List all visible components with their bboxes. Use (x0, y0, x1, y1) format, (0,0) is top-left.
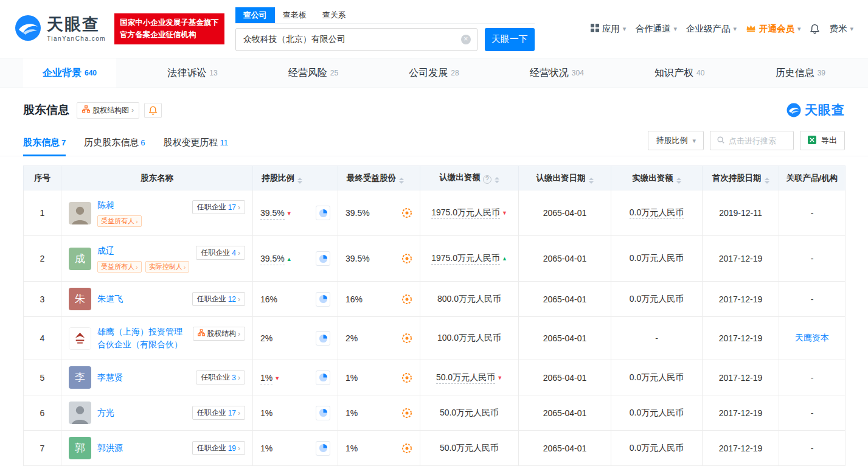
beneficiary-target-icon[interactable] (401, 333, 412, 344)
employment-badge[interactable]: 任职企业3› (196, 370, 245, 384)
col-header-first-date[interactable]: 首次持股日期 (703, 166, 779, 190)
shareholder-text-avatar: 朱 (69, 288, 91, 310)
sort-icon[interactable] (765, 178, 769, 184)
sort-icon[interactable] (495, 177, 499, 183)
pie-chart-icon[interactable] (316, 331, 330, 346)
final-ratio-value: 16% (345, 294, 363, 304)
beneficiary-target-icon[interactable] (401, 294, 412, 305)
shareholder-name-link[interactable]: 陈昶 (97, 199, 190, 212)
tab-legal-litigation[interactable]: 法律诉讼13 (148, 58, 237, 88)
export-button[interactable]: 导出 (800, 131, 845, 150)
shareholder-name-link[interactable]: 雄鹰（上海）投资管理合伙企业（有限合伙） (97, 325, 190, 351)
paid-capital-cell: - (611, 317, 703, 360)
pie-chart-icon[interactable] (316, 251, 330, 266)
search-tab-boss[interactable]: 查老板 (275, 7, 314, 23)
related-fund-link[interactable]: 天鹰资本 (795, 333, 829, 343)
col-header-capital[interactable]: 认缴出资额? (420, 166, 519, 190)
tianyancha-logo-icon (15, 15, 41, 43)
capital-cell: 50.0万元人民币▼ (420, 360, 519, 395)
tianyancha-logo[interactable]: 天眼查 TianYanCha.com (15, 15, 106, 43)
capital-date-cell: 2065-04-01 (519, 317, 611, 360)
ratio-value: 1%▼ (260, 373, 280, 383)
capital-cell: 1975.0万元人民币▼ (420, 190, 519, 236)
section-title: 股东信息 (23, 102, 69, 118)
user-account-menu[interactable]: 费米▾ (829, 23, 853, 35)
col-header-paid[interactable]: 实缴出资额 (611, 166, 703, 190)
beneficiary-target-icon[interactable] (401, 207, 412, 218)
shareholder-name-link[interactable]: 郭洪源 (97, 442, 190, 454)
shareholder-name-link[interactable]: 成辽 (97, 245, 190, 257)
final-ratio-value: 1% (345, 408, 358, 418)
tab-operating-risk[interactable]: 经营风险25 (269, 58, 358, 88)
excel-icon (808, 136, 816, 146)
sort-icon[interactable] (676, 178, 681, 184)
tab-operating-status[interactable]: 经营状况304 (510, 58, 603, 88)
subtab-equity-change-history[interactable]: 股权变更历程11 (163, 137, 228, 156)
pie-chart-icon[interactable] (316, 206, 330, 220)
beneficiary-target-icon[interactable] (401, 408, 412, 419)
menu-partner[interactable]: 合作通道▾ (635, 23, 677, 35)
search-icon (717, 136, 725, 146)
pie-chart-icon[interactable] (316, 370, 330, 385)
menu-apps[interactable]: 应用▾ (591, 23, 627, 35)
beneficiary-target-icon[interactable] (401, 372, 412, 383)
col-header-final-ratio[interactable]: 最终受益股份 (338, 166, 420, 190)
table-controls: 持股比例▾ 导出 (648, 131, 845, 150)
table-search-input[interactable] (729, 136, 787, 145)
col-header-ratio[interactable]: 持股比例 (253, 166, 338, 190)
table-search-box[interactable] (710, 131, 794, 150)
col-header-capital-date[interactable]: 认缴出资日期 (519, 166, 611, 190)
tab-company-development[interactable]: 公司发展28 (389, 58, 478, 88)
sort-icon[interactable] (589, 178, 594, 184)
ratio-value: 2% (260, 333, 273, 343)
actual-controller-tag[interactable]: 实际控制人› (145, 261, 190, 273)
search-tab-company[interactable]: 查公司 (235, 7, 275, 23)
employment-badge[interactable]: 任职企业19› (192, 441, 245, 455)
pie-chart-icon[interactable] (316, 292, 330, 307)
equity-structure-badge[interactable]: 股权结构› (193, 327, 245, 341)
beneficiary-target-icon[interactable] (401, 443, 412, 454)
shareholder-text-avatar: 李 (69, 366, 91, 389)
row-index: 4 (24, 317, 61, 360)
beneficial-owner-tag[interactable]: 受益所有人› (97, 215, 142, 227)
shareholder-name-link[interactable]: 朱道飞 (97, 293, 190, 305)
shareholder-name-link[interactable]: 李慧贤 (97, 371, 190, 384)
tab-history-info[interactable]: 历史信息39 (756, 58, 845, 88)
capital-date-cell: 2065-04-01 (519, 395, 611, 431)
employment-badge[interactable]: 任职企业17› (192, 406, 245, 420)
employment-badge[interactable]: 任职企业4› (196, 246, 245, 260)
help-icon[interactable]: ? (483, 175, 491, 184)
shareholder-photo-avatar (69, 402, 91, 424)
sort-icon[interactable] (297, 178, 302, 184)
search-button[interactable]: 天眼一下 (485, 28, 535, 51)
paid-capital-cell: 0.0万元人民币 (611, 282, 703, 317)
pie-chart-icon[interactable] (316, 441, 330, 456)
table-row: 4 雄鹰（上海）投资管理合伙企业（有限合伙） 股权结构› (24, 317, 845, 360)
paid-capital-cell: 0.0万元人民币 (611, 236, 703, 282)
beneficiary-target-icon[interactable] (401, 253, 412, 264)
sort-icon[interactable] (399, 178, 404, 184)
pie-chart-icon[interactable] (316, 406, 330, 420)
search-tab-relation[interactable]: 查关系 (314, 7, 354, 23)
row-index: 1 (24, 190, 61, 236)
ratio-value: 1% (260, 408, 273, 418)
company-search-input[interactable] (235, 28, 477, 51)
sort-dropdown[interactable]: 持股比例▾ (648, 131, 704, 150)
tab-company-background[interactable]: 企业背景640 (23, 58, 116, 88)
subtab-shareholders[interactable]: 股东信息7 (23, 137, 66, 156)
monitor-bell-button[interactable] (144, 103, 162, 118)
menu-enterprise-products[interactable]: 企业级产品▾ (686, 23, 737, 35)
shareholder-name-link[interactable]: 方光 (97, 406, 190, 419)
beneficial-owner-tag[interactable]: 受益所有人› (97, 261, 142, 273)
equity-structure-chart-button[interactable]: 股权结构图› (77, 102, 139, 119)
menu-vip[interactable]: 开通会员▾ (746, 23, 801, 35)
clear-search-icon[interactable]: × (461, 35, 471, 44)
table-row: 1 陈昶 受益所有人› 任职企业17› 39. (24, 190, 845, 236)
subtab-history-shareholders[interactable]: 历史股东信息6 (84, 137, 145, 156)
first-date-cell: 2017-12-19 (703, 317, 779, 360)
tab-intellectual-property[interactable]: 知识产权40 (635, 58, 724, 88)
employment-badge[interactable]: 任职企业12› (192, 292, 245, 306)
employment-badge[interactable]: 任职企业17› (192, 200, 245, 214)
notification-bell-icon[interactable] (810, 24, 820, 34)
capital-cell: 50.0万元人民币 (420, 395, 519, 431)
